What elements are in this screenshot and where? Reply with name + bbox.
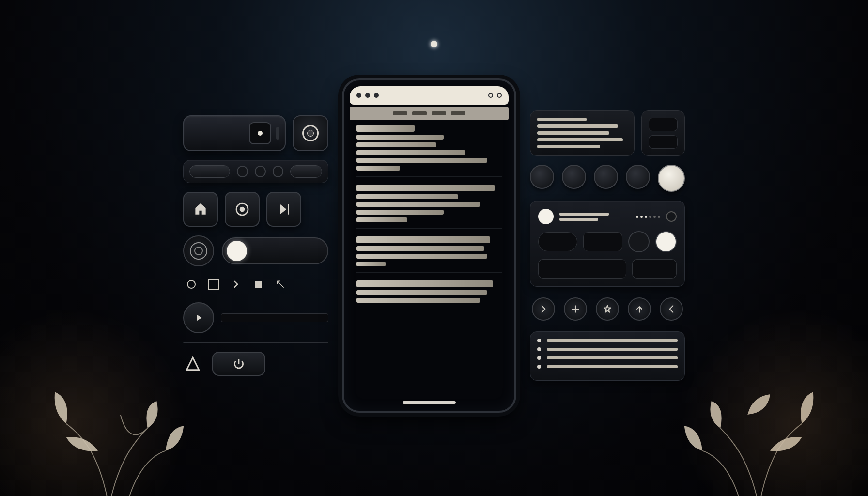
- knob-3[interactable]: [594, 165, 618, 189]
- left-toggle-row: [183, 235, 328, 266]
- content-line: [356, 125, 415, 132]
- bullet-icon: [537, 347, 541, 351]
- list-item[interactable]: [537, 339, 678, 342]
- segment-4[interactable]: [632, 259, 677, 279]
- glyph-circle[interactable]: [184, 277, 199, 292]
- content-line: [356, 135, 444, 140]
- knob-1[interactable]: [530, 165, 554, 189]
- content-line: [356, 290, 487, 295]
- knob-4[interactable]: [626, 165, 650, 189]
- left-pill-bar: [183, 160, 328, 183]
- knob-row: [530, 165, 685, 192]
- right-list-panel: [530, 331, 685, 381]
- content-line: [356, 280, 493, 287]
- target-button[interactable]: [183, 235, 214, 266]
- circ-button-2[interactable]: [655, 231, 677, 252]
- status-dot-1[interactable]: [237, 166, 248, 177]
- knob-2[interactable]: [562, 165, 586, 189]
- dial-button[interactable]: [293, 115, 328, 151]
- bullet-icon: [537, 365, 541, 369]
- info-line: [537, 131, 609, 135]
- wide-toggle[interactable]: [222, 237, 328, 264]
- power-button[interactable]: [212, 352, 265, 376]
- nav-button[interactable]: [596, 297, 619, 321]
- glyph-chevron[interactable]: [229, 277, 243, 292]
- indicator-dot-on[interactable]: [538, 209, 554, 224]
- play-button[interactable]: [183, 302, 214, 333]
- slot-2[interactable]: [649, 135, 678, 149]
- content-line: [356, 298, 480, 303]
- home-indicator[interactable]: [403, 401, 456, 404]
- ctl-row-3: [538, 259, 677, 279]
- phone-browser-bar: [350, 86, 509, 105]
- progress-slot-1[interactable]: [221, 313, 328, 322]
- segment-1[interactable]: [538, 232, 577, 251]
- left-play-row: [183, 302, 328, 333]
- glyph-resize[interactable]: [273, 277, 288, 292]
- list-item[interactable]: [537, 356, 678, 360]
- record-button[interactable]: [225, 192, 260, 227]
- status-dot-2[interactable]: [255, 166, 266, 177]
- list-item[interactable]: [537, 365, 678, 369]
- power-icon: [232, 357, 245, 370]
- target-icon: [234, 202, 250, 217]
- knob-5-main[interactable]: [658, 165, 685, 192]
- indicator-dot-off[interactable]: [666, 211, 677, 222]
- ctl-lines: [559, 213, 630, 221]
- content-line: [356, 185, 495, 191]
- content-section: [356, 236, 502, 273]
- phone-content[interactable]: [350, 120, 509, 397]
- slot-card: [641, 110, 685, 156]
- segment-3[interactable]: [538, 259, 626, 279]
- content-line: [356, 246, 484, 251]
- content-line: [356, 202, 480, 207]
- home-icon: [193, 202, 208, 217]
- ctl-row-2: [538, 231, 677, 252]
- chevron-right-icon: [539, 304, 548, 314]
- info-card[interactable]: [530, 110, 635, 156]
- circ-button-1[interactable]: [628, 231, 650, 252]
- nav-button[interactable]: [564, 297, 587, 321]
- left-column: [183, 115, 328, 376]
- glyph-stop[interactable]: [251, 277, 265, 292]
- play-icon: [193, 312, 204, 323]
- nav-button[interactable]: [532, 297, 555, 321]
- pill-button-1[interactable]: [189, 165, 230, 178]
- progress-dots: [636, 216, 660, 218]
- forward-button[interactable]: [266, 192, 301, 227]
- toggle-thumb: [227, 241, 247, 261]
- window-controls[interactable]: [356, 93, 379, 98]
- home-button[interactable]: [183, 192, 218, 227]
- content-line: [356, 194, 458, 199]
- bullet-icon: [537, 339, 541, 342]
- left-top-row: [183, 115, 328, 151]
- info-line: [537, 138, 623, 141]
- left-bottom-row: [183, 352, 328, 376]
- list-line: [547, 356, 678, 359]
- switch-indicator: [276, 127, 279, 140]
- glyph-square[interactable]: [206, 277, 221, 292]
- ctl-row-1: [538, 209, 677, 224]
- main-switch[interactable]: [183, 115, 286, 151]
- nav-button[interactable]: [660, 297, 683, 321]
- phone-toolbar[interactable]: [350, 107, 509, 120]
- content-line: [356, 166, 400, 170]
- list-line: [547, 365, 678, 368]
- info-line: [537, 118, 587, 121]
- target-outer-icon: [190, 242, 207, 260]
- window-controls-right[interactable]: [488, 93, 502, 98]
- star-icon: [603, 304, 612, 314]
- forward-icon: [276, 202, 292, 217]
- status-dot-3[interactable]: [273, 166, 284, 177]
- pill-button-2[interactable]: [290, 165, 322, 178]
- phone-mockup: [342, 78, 516, 413]
- delta-icon: [183, 354, 202, 373]
- nav-button[interactable]: [628, 297, 651, 321]
- info-line: [537, 145, 600, 148]
- progress-slot-2[interactable]: [183, 342, 328, 343]
- list-item[interactable]: [537, 347, 678, 351]
- left-icon-row: [183, 192, 328, 227]
- list-line: [547, 339, 678, 342]
- slot-1[interactable]: [649, 118, 678, 131]
- segment-2[interactable]: [583, 232, 622, 251]
